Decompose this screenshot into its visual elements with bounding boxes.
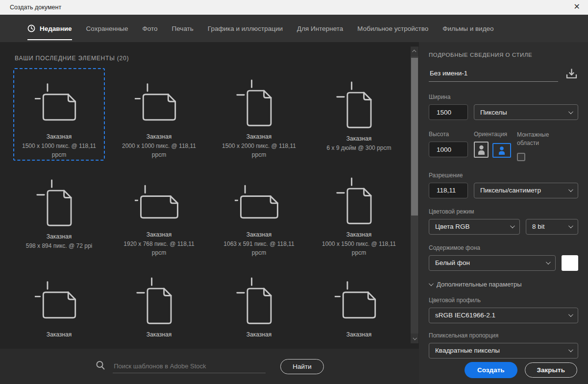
tab-8[interactable]: Фильмы и видео (442, 15, 493, 42)
tab-2[interactable]: Сохраненные (86, 15, 128, 42)
bit-depth-value: 8 bit (532, 223, 545, 230)
width-unit-value: Пикселы (480, 109, 507, 116)
find-button[interactable]: Найти (280, 359, 324, 374)
recent-tile-12[interactable]: Заказная (313, 264, 405, 349)
scrollbar[interactable] (411, 47, 418, 343)
recent-header: ВАШИ ПОСЛЕДНИЕ ЭЛЕМЕНТЫ (20) (15, 55, 419, 62)
tab-3[interactable]: Фото (143, 15, 158, 42)
recent-tile-11[interactable]: Заказная (213, 264, 305, 349)
width-unit-select[interactable]: Пикселы (474, 104, 578, 120)
dialog-titlebar: Создать документ ✕ (0, 0, 588, 15)
color-mode-select[interactable]: Цвета RGB (429, 219, 520, 235)
resolution-unit-select[interactable]: Пикселы/сантиметр (474, 183, 578, 198)
bit-depth-select[interactable]: 8 bit (526, 219, 578, 235)
tile-name: Заказная (346, 135, 371, 142)
chevron-down-icon (568, 109, 573, 114)
document-icon (235, 272, 284, 327)
color-profile-select[interactable]: sRGB IEC61966-2.1 (429, 308, 578, 323)
background-color-swatch[interactable] (562, 255, 578, 271)
recent-tile-2[interactable]: Заказная2000 x 1000 пикс. @ 118,11 ppcm (113, 68, 205, 161)
pixel-ratio-value: Квадратные пикселы (435, 347, 500, 354)
tab-label: Сохраненные (86, 25, 128, 32)
color-mode-label: Цветовой режим (429, 208, 578, 215)
tile-name: Заказная (147, 331, 172, 338)
tile-name: Заказная (47, 233, 72, 240)
tab-6[interactable]: Для Интернета (297, 15, 343, 42)
document-icon (135, 76, 184, 129)
pixel-ratio-select[interactable]: Квадратные пикселы (429, 343, 578, 359)
document-icon (135, 174, 184, 227)
width-input[interactable] (429, 104, 468, 120)
tile-detail: 1000 x 1500 пикс. @ 118,11 ppcm (314, 240, 404, 258)
tab-label: Мобильное устройство (357, 25, 428, 32)
document-icon (135, 272, 184, 327)
tile-name: Заказная (246, 231, 271, 238)
create-button[interactable]: Создать (465, 362, 517, 378)
scroll-down-button[interactable] (411, 334, 418, 343)
height-input[interactable] (429, 142, 468, 157)
recent-tile-1[interactable]: Заказная1500 x 1000 пикс. @ 118,11 ppcm (13, 68, 105, 161)
chevron-down-icon (568, 312, 573, 317)
color-profile-label: Цветовой профиль (429, 297, 578, 304)
recent-tile-9[interactable]: Заказная (13, 264, 105, 349)
orientation-label: Ориентация (474, 131, 511, 138)
pixel-ratio-label: Попиксельная пропорция (429, 332, 578, 339)
tile-name: Заказная (346, 331, 371, 338)
recent-tile-8[interactable]: Заказная1000 x 1500 пикс. @ 118,11 ppcm (313, 166, 405, 259)
tile-name: Заказная (246, 133, 271, 140)
scrollbar-thumb[interactable] (411, 58, 418, 216)
chevron-down-icon (510, 223, 515, 228)
tile-detail: 1500 x 2000 пикс. @ 118,11 ppcm (214, 142, 304, 160)
tile-detail: 1500 x 1000 пикс. @ 118,11 ppcm (14, 142, 104, 160)
chevron-down-icon (568, 223, 573, 228)
tile-detail: 1920 x 768 пикс. @ 118,11 ppcm (114, 240, 204, 258)
tab-5[interactable]: Графика и иллюстрации (208, 15, 283, 42)
tile-name: Заказная (246, 331, 271, 338)
tab-label: Для Интернета (297, 25, 343, 32)
chevron-down-icon (429, 281, 434, 286)
recent-documents-area: ВАШИ ПОСЛЕДНИЕ ЭЛЕМЕНТЫ (20) Заказная150… (0, 42, 419, 349)
document-name-field[interactable]: Без имени-1 (429, 68, 558, 82)
recent-tile-5[interactable]: Заказная598 x 894 пикс. @ 72 ppi (13, 166, 105, 259)
resolution-input[interactable] (429, 183, 468, 198)
color-profile-value: sRGB IEC61966-2.1 (435, 312, 495, 319)
background-select[interactable]: Белый фон (429, 255, 556, 271)
orientation-landscape-button[interactable] (492, 143, 511, 158)
tile-detail: 2000 x 1000 пикс. @ 118,11 ppcm (114, 142, 204, 160)
close-icon[interactable]: ✕ (574, 1, 580, 12)
background-label: Содержимое фона (429, 244, 578, 251)
tile-name: Заказная (47, 331, 72, 338)
stock-search-bar: Найти (0, 349, 419, 384)
stock-search-input[interactable] (113, 360, 266, 373)
orientation-portrait-button[interactable] (474, 142, 489, 158)
height-label: Высота (429, 131, 468, 138)
tab-label: Фото (143, 25, 158, 32)
tab-1[interactable]: Недавние (27, 15, 72, 42)
chevron-down-icon (546, 260, 551, 264)
document-icon (35, 174, 84, 229)
resolution-label: Разрешение (429, 172, 578, 179)
recent-tile-10[interactable]: Заказная (113, 264, 205, 349)
chevron-down-icon (568, 187, 573, 192)
advanced-options-toggle[interactable]: Дополнительные параметры (429, 281, 578, 288)
tab-7[interactable]: Мобильное устройство (357, 15, 428, 42)
tab-label: Графика и иллюстрации (208, 25, 283, 32)
scroll-up-button[interactable] (411, 47, 418, 56)
document-icon (335, 272, 384, 327)
dialog-title: Создать документ (10, 4, 61, 11)
tile-name: Заказная (147, 231, 172, 238)
document-icon (335, 174, 384, 227)
recent-tile-6[interactable]: Заказная1920 x 768 пикс. @ 118,11 ppcm (113, 166, 205, 259)
save-preset-icon[interactable] (565, 68, 578, 82)
panel-header: ПОДРОБНЫЕ СВЕДЕНИЯ О СТИЛЕ (429, 52, 578, 58)
close-dialog-button[interactable]: Закрыть (525, 362, 577, 378)
recent-tile-3[interactable]: Заказная1500 x 2000 пикс. @ 118,11 ppcm (213, 68, 305, 161)
artboards-checkbox[interactable] (517, 153, 525, 161)
recent-tile-4[interactable]: Заказная6 x 9 дюйм @ 300 ppcm (313, 68, 405, 161)
tab-label: Фильмы и видео (442, 25, 493, 32)
resolution-unit-value: Пикселы/сантиметр (480, 187, 541, 194)
tile-detail: 598 x 894 пикс. @ 72 ppi (20, 241, 99, 251)
tab-4[interactable]: Печать (172, 15, 194, 42)
recent-tile-7[interactable]: Заказная1063 x 591 пикс. @ 118,11 ppcm (213, 166, 305, 259)
document-icon (35, 76, 84, 129)
